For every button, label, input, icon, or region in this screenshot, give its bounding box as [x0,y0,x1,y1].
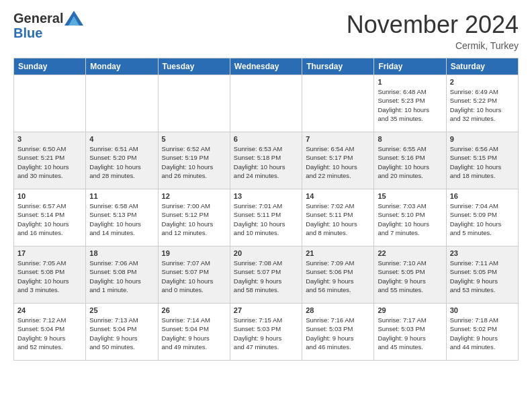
calendar-cell: 4Sunrise: 6:51 AM Sunset: 5:20 PM Daylig… [86,132,158,189]
day-info: Sunrise: 7:00 AM Sunset: 5:12 PM Dayligh… [162,201,226,237]
day-number: 25 [89,306,154,314]
day-info: Sunrise: 7:18 AM Sunset: 5:02 PM Dayligh… [450,316,515,351]
calendar-cell [302,75,374,132]
day-number: 27 [234,306,298,314]
day-info: Sunrise: 7:09 AM Sunset: 5:06 PM Dayligh… [306,259,370,294]
calendar-cell: 26Sunrise: 7:14 AM Sunset: 5:04 PM Dayli… [158,304,230,361]
calendar-cell: 19Sunrise: 7:07 AM Sunset: 5:07 PM Dayli… [158,246,230,304]
day-number: 24 [17,306,82,314]
calendar-cell: 6Sunrise: 6:53 AM Sunset: 5:18 PM Daylig… [230,132,302,189]
calendar-weekday-header: Monday [86,58,158,75]
calendar-weekday-header: Tuesday [158,58,230,75]
day-info: Sunrise: 7:12 AM Sunset: 5:04 PM Dayligh… [17,316,82,351]
day-number: 7 [306,135,370,143]
day-info: Sunrise: 7:14 AM Sunset: 5:04 PM Dayligh… [162,316,226,351]
day-number: 21 [306,249,370,257]
day-info: Sunrise: 6:50 AM Sunset: 5:21 PM Dayligh… [17,144,82,180]
calendar-cell: 21Sunrise: 7:09 AM Sunset: 5:06 PM Dayli… [302,246,374,304]
day-number: 30 [450,306,515,314]
calendar-cell: 14Sunrise: 7:02 AM Sunset: 5:11 PM Dayli… [302,189,374,246]
day-info: Sunrise: 7:06 AM Sunset: 5:08 PM Dayligh… [89,259,154,294]
calendar-cell: 5Sunrise: 6:52 AM Sunset: 5:19 PM Daylig… [158,132,230,189]
day-info: Sunrise: 7:05 AM Sunset: 5:08 PM Dayligh… [17,259,82,294]
day-info: Sunrise: 6:58 AM Sunset: 5:13 PM Dayligh… [89,201,154,237]
calendar-week-row: 17Sunrise: 7:05 AM Sunset: 5:08 PM Dayli… [14,246,519,304]
day-info: Sunrise: 7:07 AM Sunset: 5:07 PM Dayligh… [162,259,226,294]
calendar-cell: 17Sunrise: 7:05 AM Sunset: 5:08 PM Dayli… [14,246,86,304]
day-info: Sunrise: 6:55 AM Sunset: 5:16 PM Dayligh… [378,144,442,180]
calendar-week-row: 10Sunrise: 6:57 AM Sunset: 5:14 PM Dayli… [14,189,519,246]
calendar-cell: 8Sunrise: 6:55 AM Sunset: 5:16 PM Daylig… [374,132,446,189]
title-block: November 2024 Cermik, Turkey [347,11,519,51]
day-info: Sunrise: 7:03 AM Sunset: 5:10 PM Dayligh… [378,201,442,237]
day-number: 1 [378,78,442,86]
calendar-cell: 30Sunrise: 7:18 AM Sunset: 5:02 PM Dayli… [446,304,518,361]
calendar-cell: 7Sunrise: 6:54 AM Sunset: 5:17 PM Daylig… [302,132,374,189]
day-info: Sunrise: 6:53 AM Sunset: 5:18 PM Dayligh… [234,144,298,180]
day-info: Sunrise: 7:11 AM Sunset: 5:05 PM Dayligh… [450,259,515,294]
day-number: 4 [89,135,154,143]
day-number: 19 [162,249,226,257]
calendar-cell: 13Sunrise: 7:01 AM Sunset: 5:11 PM Dayli… [230,189,302,246]
calendar: SundayMondayTuesdayWednesdayThursdayFrid… [13,58,519,361]
calendar-cell [230,75,302,132]
calendar-cell: 1Sunrise: 6:48 AM Sunset: 5:23 PM Daylig… [374,75,446,132]
month-year: November 2024 [347,11,519,39]
day-number: 23 [450,249,515,257]
calendar-cell [14,75,86,132]
day-number: 5 [162,135,226,143]
day-number: 22 [378,249,442,257]
calendar-weekday-header: Saturday [446,58,518,75]
header: General Blue November 2024 Cermik, Turke… [13,11,519,51]
day-info: Sunrise: 7:01 AM Sunset: 5:11 PM Dayligh… [234,201,298,237]
day-number: 3 [17,135,82,143]
day-info: Sunrise: 6:52 AM Sunset: 5:19 PM Dayligh… [162,144,226,180]
calendar-cell: 27Sunrise: 7:15 AM Sunset: 5:03 PM Dayli… [230,304,302,361]
calendar-weekday-header: Sunday [14,58,86,75]
calendar-cell: 12Sunrise: 7:00 AM Sunset: 5:12 PM Dayli… [158,189,230,246]
logo-blue: Blue [13,26,42,41]
calendar-cell: 22Sunrise: 7:10 AM Sunset: 5:05 PM Dayli… [374,246,446,304]
calendar-weekday-header: Thursday [302,58,374,75]
day-number: 26 [162,306,226,314]
day-info: Sunrise: 7:10 AM Sunset: 5:05 PM Dayligh… [378,259,442,294]
day-number: 17 [17,249,82,257]
day-number: 6 [234,135,298,143]
calendar-cell: 18Sunrise: 7:06 AM Sunset: 5:08 PM Dayli… [86,246,158,304]
calendar-cell: 9Sunrise: 6:56 AM Sunset: 5:15 PM Daylig… [446,132,518,189]
calendar-cell: 24Sunrise: 7:12 AM Sunset: 5:04 PM Dayli… [14,304,86,361]
page: General Blue November 2024 Cermik, Turke… [0,0,532,411]
calendar-cell: 2Sunrise: 6:49 AM Sunset: 5:22 PM Daylig… [446,75,518,132]
day-info: Sunrise: 6:51 AM Sunset: 5:20 PM Dayligh… [89,144,154,180]
day-number: 8 [378,135,442,143]
day-info: Sunrise: 7:04 AM Sunset: 5:09 PM Dayligh… [450,201,515,237]
day-info: Sunrise: 7:17 AM Sunset: 5:03 PM Dayligh… [378,316,442,351]
day-number: 16 [450,192,515,200]
calendar-body: 1Sunrise: 6:48 AM Sunset: 5:23 PM Daylig… [14,75,519,361]
day-number: 15 [378,192,442,200]
day-info: Sunrise: 6:56 AM Sunset: 5:15 PM Dayligh… [450,144,515,180]
day-number: 20 [234,249,298,257]
location: Cermik, Turkey [347,40,519,51]
calendar-cell: 10Sunrise: 6:57 AM Sunset: 5:14 PM Dayli… [14,189,86,246]
day-number: 2 [450,78,515,86]
day-number: 9 [450,135,515,143]
logo: General Blue [13,11,83,41]
logo-general: General [13,11,63,25]
day-info: Sunrise: 7:15 AM Sunset: 5:03 PM Dayligh… [234,316,298,351]
day-info: Sunrise: 7:08 AM Sunset: 5:07 PM Dayligh… [234,259,298,294]
calendar-cell: 23Sunrise: 7:11 AM Sunset: 5:05 PM Dayli… [446,246,518,304]
day-number: 12 [162,192,226,200]
calendar-cell: 15Sunrise: 7:03 AM Sunset: 5:10 PM Dayli… [374,189,446,246]
logo-icon [64,11,83,26]
calendar-header-row: SundayMondayTuesdayWednesdayThursdayFrid… [14,58,519,75]
calendar-weekday-header: Friday [374,58,446,75]
calendar-cell: 20Sunrise: 7:08 AM Sunset: 5:07 PM Dayli… [230,246,302,304]
calendar-cell: 25Sunrise: 7:13 AM Sunset: 5:04 PM Dayli… [86,304,158,361]
day-info: Sunrise: 7:13 AM Sunset: 5:04 PM Dayligh… [89,316,154,351]
day-number: 29 [378,306,442,314]
calendar-week-row: 24Sunrise: 7:12 AM Sunset: 5:04 PM Dayli… [14,304,519,361]
day-info: Sunrise: 6:49 AM Sunset: 5:22 PM Dayligh… [450,87,515,123]
day-number: 11 [89,192,154,200]
calendar-week-row: 3Sunrise: 6:50 AM Sunset: 5:21 PM Daylig… [14,132,519,189]
